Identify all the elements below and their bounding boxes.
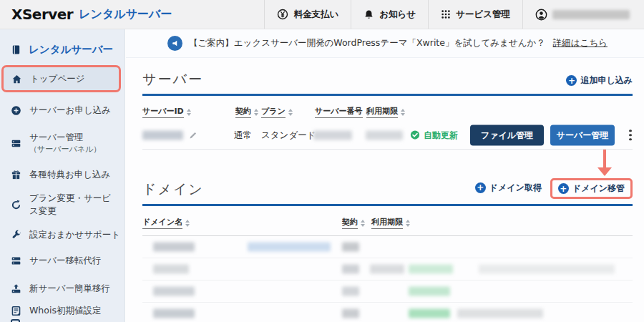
account-name-redacted bbox=[552, 10, 630, 19]
sort-icon bbox=[361, 220, 365, 227]
server-section-title: サーバー bbox=[142, 70, 203, 89]
column-domain-expiry[interactable]: 利用期限 bbox=[371, 217, 410, 229]
server-manage-button[interactable]: サーバー管理 bbox=[550, 125, 615, 145]
sort-icon bbox=[406, 220, 410, 227]
contract-redacted bbox=[342, 243, 359, 252]
pencil-edit-icon[interactable] bbox=[189, 131, 197, 140]
expiry-date-redacted bbox=[366, 130, 403, 140]
domain-value-redacted bbox=[248, 243, 331, 252]
app-header: XServer レンタルサーバー 料金支払い お知らせ サービス管理 bbox=[0, 0, 644, 29]
server-number-redacted bbox=[313, 130, 352, 140]
server-icon bbox=[11, 138, 21, 149]
status-badge: 自動更新 bbox=[424, 129, 458, 141]
domain-table-row bbox=[142, 280, 633, 303]
logo-text-primary: XServer bbox=[11, 6, 73, 23]
app-logo[interactable]: XServer レンタルサーバー bbox=[0, 0, 172, 29]
sidebar-item-server-apply[interactable]: サーバーお申し込み bbox=[0, 97, 125, 124]
menu-item-service-manage[interactable]: サービス管理 bbox=[428, 0, 522, 29]
menu-item-label: お知らせ bbox=[379, 9, 416, 21]
column-plan[interactable]: プラン bbox=[261, 106, 293, 118]
sidebar-item-plan-change[interactable]: プラン変更・サービス変更 bbox=[0, 187, 125, 223]
sidebar-title-label: レンタルサーバー bbox=[29, 43, 113, 57]
sort-icon bbox=[288, 109, 293, 116]
grid-icon bbox=[441, 9, 451, 19]
domain-table-header: ドメイン名 契約 利用期限 bbox=[142, 217, 633, 236]
domain-transfer-label: ドメイン移管 bbox=[572, 182, 625, 195]
server-section-rule bbox=[142, 94, 633, 96]
kebab-menu-icon[interactable] bbox=[626, 127, 635, 144]
sidebar-item-easy-migration[interactable]: 新サーバー簡単移行 bbox=[0, 275, 125, 301]
domain-get-link[interactable]: + ドメイン取得 bbox=[475, 182, 542, 196]
plan-value: スタンダード bbox=[261, 129, 316, 141]
content: サーバー + 追加申し込み サーバーID 契約 プラン bbox=[126, 70, 644, 322]
info-redacted bbox=[457, 309, 543, 318]
sidebar-item-label: 各種特典お申し込み bbox=[29, 169, 110, 181]
sidebar-item-label: プラン変更・サービス変更 bbox=[29, 192, 117, 218]
annotation-arrow-head bbox=[597, 167, 612, 176]
server-table-row: 通常 スタンダード 自動更新 ファイル管理 サーバー管理 bbox=[142, 121, 633, 150]
sidebar-item-label: サーバーお申し込み bbox=[29, 104, 111, 117]
plus-icon: + bbox=[475, 182, 486, 193]
home-icon bbox=[11, 74, 22, 84]
sidebar-item-server-transfer[interactable]: サーバー移転代行 bbox=[0, 248, 125, 273]
add-server-link[interactable]: + 追加申し込み bbox=[566, 74, 633, 89]
domain-transfer-link[interactable]: + ドメイン移管 bbox=[558, 182, 625, 195]
sidebar-item-clipped-icon bbox=[11, 319, 20, 322]
server-table-header: サーバーID 契約 プラン サーバー番号 利用期限 bbox=[142, 106, 633, 121]
domain-table-row bbox=[142, 258, 633, 280]
domain-name-redacted bbox=[153, 309, 195, 318]
sidebar-item-server-manage[interactable]: サーバー管理 （サーバーパネル） bbox=[0, 125, 125, 161]
column-expiry[interactable]: 利用期限 bbox=[366, 106, 405, 118]
server-move-icon bbox=[11, 255, 21, 266]
renewal-redacted bbox=[409, 265, 453, 274]
megaphone-icon bbox=[167, 36, 182, 51]
domain-get-label: ドメイン取得 bbox=[489, 182, 542, 194]
contract-redacted bbox=[342, 265, 359, 274]
column-contract[interactable]: 契約 bbox=[235, 106, 258, 118]
renewal-redacted bbox=[409, 287, 450, 296]
column-server-id[interactable]: サーバーID bbox=[142, 106, 191, 118]
domain-section-header: ドメイン + ドメイン取得 + ドメイン移管 bbox=[142, 178, 633, 199]
sidebar: レンタルサーバー トップページ サーバーお申し込み サーバー管理 （サーバーパネ… bbox=[0, 29, 125, 322]
whois-document-icon bbox=[11, 306, 21, 316]
sort-icon bbox=[254, 109, 258, 116]
header-menu: 料金支払い お知らせ サービス管理 bbox=[264, 0, 644, 29]
column-domain-contract[interactable]: 契約 bbox=[342, 217, 365, 229]
sidebar-item-sublabel: （サーバーパネル） bbox=[29, 144, 117, 155]
announcement-text: 【ご案内】エックスサーバー開発のWordPressテーマ「Xwrite」を試して… bbox=[189, 37, 545, 49]
announcement-detail-link[interactable]: 詳細はこちら bbox=[553, 37, 608, 49]
column-server-number[interactable]: サーバー番号 bbox=[315, 106, 370, 118]
renewal-redacted bbox=[409, 309, 450, 318]
wrench-icon bbox=[11, 230, 21, 240]
sort-icon bbox=[185, 220, 190, 227]
account-menu[interactable] bbox=[522, 0, 644, 29]
sidebar-title-rental-server[interactable]: レンタルサーバー bbox=[0, 29, 125, 57]
sort-icon bbox=[187, 109, 191, 116]
expiry-redacted bbox=[370, 265, 404, 274]
menu-item-notice[interactable]: お知らせ bbox=[351, 0, 428, 29]
sidebar-item-whois-defaults[interactable]: Whois初期値設定 bbox=[0, 301, 125, 320]
book-icon bbox=[11, 44, 21, 55]
plus-circle-icon bbox=[11, 105, 21, 116]
info-redacted bbox=[479, 265, 615, 274]
sort-icon bbox=[401, 109, 405, 116]
sidebar-item-benefits-apply[interactable]: 各種特典お申し込み bbox=[0, 162, 125, 187]
menu-item-label: 料金支払い bbox=[293, 9, 338, 21]
domain-table-row bbox=[142, 303, 633, 322]
contract-redacted bbox=[342, 287, 359, 296]
column-domain-name[interactable]: ドメイン名 bbox=[142, 217, 190, 229]
file-manage-button[interactable]: ファイル管理 bbox=[470, 125, 544, 145]
sidebar-item-label: 新サーバー簡単移行 bbox=[29, 283, 110, 295]
migrate-icon bbox=[11, 283, 21, 294]
user-circle-icon bbox=[535, 9, 547, 21]
sidebar-item-label: サーバー管理 bbox=[29, 131, 117, 144]
plus-icon: + bbox=[566, 75, 577, 86]
menu-item-payment[interactable]: 料金支払い bbox=[264, 0, 351, 29]
main-area: 【ご案内】エックスサーバー開発のWordPressテーマ「Xwrite」を試して… bbox=[126, 29, 644, 322]
sidebar-item-top-page[interactable]: トップページ bbox=[1, 65, 121, 92]
yen-circle-icon bbox=[277, 9, 288, 20]
annotation-arrow-line bbox=[603, 150, 606, 168]
server-id-redacted bbox=[142, 130, 183, 140]
contract-redacted bbox=[342, 309, 359, 318]
sidebar-item-setting-support[interactable]: 設定おまかせサポート bbox=[0, 223, 125, 247]
